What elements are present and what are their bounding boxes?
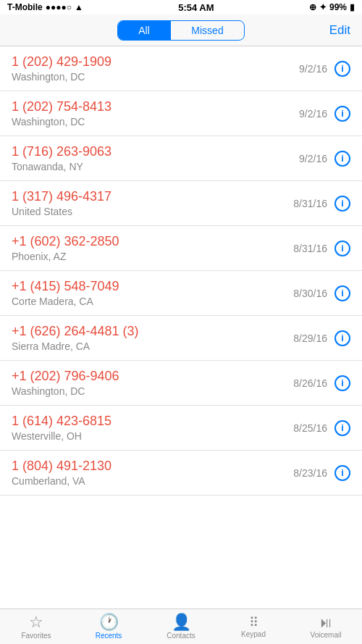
call-item[interactable]: +1 (415) 548-7049 Corte Madera, CA 8/30/… [0, 271, 362, 316]
call-number: 1 (614) 423-6815 [12, 414, 293, 429]
call-location: Cumberland, VA [12, 475, 293, 487]
info-button[interactable]: i [334, 285, 350, 301]
call-info: +1 (415) 548-7049 Corte Madera, CA [12, 279, 293, 307]
call-date: 8/26/16 [293, 377, 327, 389]
info-button[interactable]: i [334, 420, 350, 436]
voicemail-icon: ⏯ [319, 615, 333, 630]
call-item[interactable]: 1 (202) 429-1909 Washington, DC 9/2/16 i [0, 46, 362, 91]
call-location: Tonawanda, NY [12, 161, 299, 172]
bluetooth-icon: ✦ [319, 2, 327, 12]
call-number: 1 (317) 496-4317 [12, 189, 293, 204]
tab-voicemail[interactable]: ⏯ Voicemail [290, 609, 362, 644]
call-meta: 8/25/16 i [293, 420, 350, 436]
call-location: Washington, DC [12, 385, 293, 397]
edit-button[interactable]: Edit [329, 23, 350, 38]
call-location: Corte Madera, CA [12, 296, 293, 307]
call-item[interactable]: 1 (804) 491-2130 Cumberland, VA 8/23/16 … [0, 451, 362, 495]
call-meta: 8/26/16 i [293, 375, 350, 391]
call-list: 1 (202) 429-1909 Washington, DC 9/2/16 i… [0, 46, 362, 495]
call-date: 8/23/16 [293, 467, 327, 479]
tab-label-contacts: Contacts [167, 632, 195, 640]
call-location: Sierra Madre, CA [12, 340, 293, 352]
call-location: United States [12, 206, 293, 217]
call-meta: 8/31/16 i [293, 196, 350, 212]
tab-keypad[interactable]: ⠿ Keypad [217, 609, 290, 644]
tab-label-recents: Recents [96, 632, 122, 640]
call-date: 9/2/16 [299, 153, 327, 164]
call-location: Westerville, OH [12, 430, 293, 442]
info-button[interactable]: i [334, 196, 350, 212]
call-date: 8/29/16 [293, 333, 327, 344]
call-meta: 9/2/16 i [299, 151, 350, 167]
info-button[interactable]: i [334, 106, 350, 122]
call-number: 1 (202) 429-1909 [12, 54, 299, 70]
call-item[interactable]: 1 (317) 496-4317 United States 8/31/16 i [0, 181, 362, 226]
call-item[interactable]: 1 (716) 263-9063 Tonawanda, NY 9/2/16 i [0, 136, 362, 181]
tab-label-favorites: Favorites [21, 632, 51, 640]
call-item[interactable]: 1 (202) 754-8413 Washington, DC 9/2/16 i [0, 91, 362, 136]
call-number: +1 (602) 362-2850 [12, 234, 293, 249]
info-button[interactable]: i [334, 465, 350, 481]
call-location: Washington, DC [12, 71, 299, 83]
signal-icon: ●●●●○ [46, 2, 72, 12]
call-number: 1 (716) 263-9063 [12, 144, 299, 159]
segment-missed-button[interactable]: Missed [171, 21, 243, 40]
info-button[interactable]: i [334, 330, 350, 346]
contacts-icon: 👤 [172, 614, 191, 630]
call-info: 1 (202) 429-1909 Washington, DC [12, 54, 299, 83]
call-number: 1 (804) 491-2130 [12, 459, 293, 474]
call-list-scroll: 1 (202) 429-1909 Washington, DC 9/2/16 i… [0, 46, 362, 531]
tab-bar: ☆ Favorites 🕐 Recents 👤 Contacts ⠿ Keypa… [0, 609, 362, 644]
call-info: +1 (626) 264-4481 (3) Sierra Madre, CA [12, 324, 293, 352]
call-meta: 8/23/16 i [293, 465, 350, 481]
info-button[interactable]: i [334, 151, 350, 167]
info-button[interactable]: i [334, 61, 350, 77]
battery-icon: ▮ [350, 2, 355, 12]
call-number: +1 (626) 264-4481 (3) [12, 324, 293, 339]
call-item[interactable]: +1 (626) 264-4481 (3) Sierra Madre, CA 8… [0, 316, 362, 361]
status-right: ⊕ ✦ 99% ▮ [309, 2, 355, 12]
call-number: +1 (415) 548-7049 [12, 279, 293, 294]
call-item[interactable]: +1 (602) 362-2850 Phoenix, AZ 8/31/16 i [0, 226, 362, 271]
call-date: 8/30/16 [293, 288, 327, 299]
tab-label-keypad: Keypad [241, 630, 266, 638]
tab-recents[interactable]: 🕐 Recents [72, 609, 145, 644]
call-meta: 9/2/16 i [299, 61, 350, 77]
call-date: 8/31/16 [293, 243, 327, 254]
status-time: 5:54 AM [178, 2, 214, 13]
carrier-label: T-Mobile [7, 2, 43, 12]
call-meta: 9/2/16 i [299, 106, 350, 122]
call-info: 1 (804) 491-2130 Cumberland, VA [12, 459, 293, 487]
tab-contacts[interactable]: 👤 Contacts [145, 609, 217, 644]
battery-label: 99% [329, 2, 347, 12]
call-item[interactable]: +1 (202) 796-9406 Washington, DC 8/26/16… [0, 361, 362, 406]
call-number: 1 (202) 754-8413 [12, 99, 299, 114]
recents-icon: 🕐 [99, 614, 119, 630]
call-item[interactable]: 1 (614) 423-6815 Westerville, OH 8/25/16… [0, 406, 362, 451]
call-date: 8/25/16 [293, 422, 327, 434]
call-info: +1 (202) 796-9406 Washington, DC [12, 369, 293, 397]
tab-label-voicemail: Voicemail [311, 631, 342, 639]
nav-bar: All Missed Edit [0, 14, 362, 46]
call-meta: 8/30/16 i [293, 285, 350, 301]
location-icon: ⊕ [309, 2, 316, 12]
call-location: Washington, DC [12, 116, 299, 127]
call-info: 1 (317) 496-4317 United States [12, 189, 293, 217]
call-info: 1 (202) 754-8413 Washington, DC [12, 99, 299, 127]
call-location: Phoenix, AZ [12, 251, 293, 262]
call-date: 9/2/16 [299, 108, 327, 120]
call-number: +1 (202) 796-9406 [12, 369, 293, 384]
call-date: 9/2/16 [299, 63, 327, 75]
call-date: 8/31/16 [293, 198, 327, 209]
status-bar: T-Mobile ●●●●○ ▲ 5:54 AM ⊕ ✦ 99% ▮ [0, 0, 362, 14]
info-button[interactable]: i [334, 241, 350, 256]
keypad-icon: ⠿ [249, 616, 258, 629]
status-left: T-Mobile ●●●●○ ▲ [7, 2, 83, 12]
segment-control[interactable]: All Missed [117, 20, 244, 41]
tab-favorites[interactable]: ☆ Favorites [0, 609, 72, 644]
call-info: 1 (716) 263-9063 Tonawanda, NY [12, 144, 299, 172]
segment-all-button[interactable]: All [118, 21, 170, 40]
call-meta: 8/31/16 i [293, 241, 350, 256]
call-meta: 8/29/16 i [293, 330, 350, 346]
info-button[interactable]: i [334, 375, 350, 391]
